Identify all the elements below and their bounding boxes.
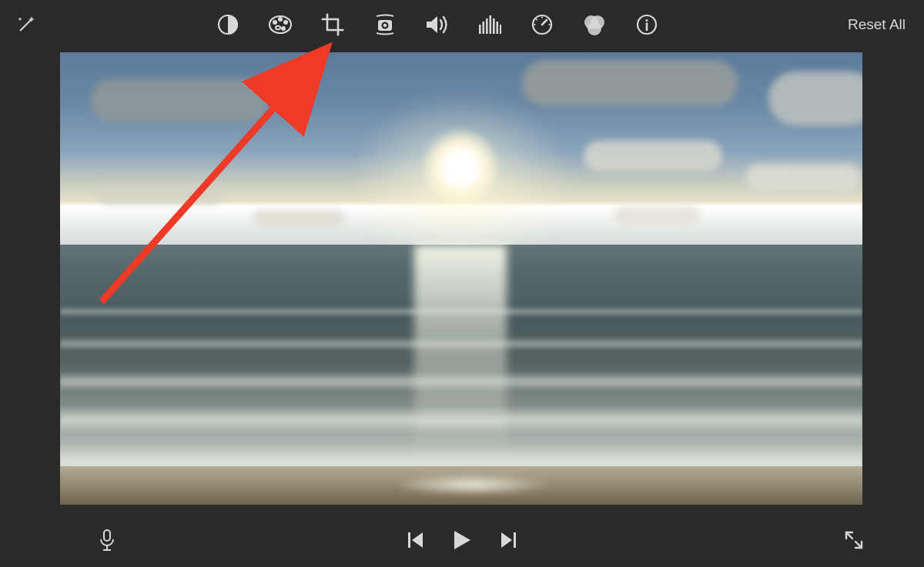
svg-point-10 <box>383 24 387 28</box>
svg-point-21 <box>536 18 537 20</box>
color-correction-icon[interactable] <box>268 12 293 37</box>
video-viewer[interactable] <box>60 52 862 505</box>
svg-point-4 <box>278 17 283 22</box>
svg-point-5 <box>283 20 288 25</box>
svg-rect-31 <box>104 530 110 541</box>
next-frame-icon[interactable] <box>500 531 517 549</box>
speed-icon[interactable] <box>530 12 554 37</box>
svg-rect-35 <box>514 532 516 548</box>
color-filters-icon[interactable] <box>582 12 607 37</box>
svg-point-22 <box>534 24 535 25</box>
microphone-icon[interactable] <box>60 529 154 552</box>
previous-frame-icon[interactable] <box>407 531 424 549</box>
svg-line-19 <box>542 20 547 25</box>
fullscreen-icon[interactable] <box>844 530 864 550</box>
toolbar-left <box>0 12 92 37</box>
toolbar-center <box>216 12 659 37</box>
svg-point-3 <box>273 20 277 25</box>
color-balance-icon[interactable] <box>216 12 240 37</box>
crop-icon[interactable] <box>320 12 345 37</box>
svg-point-26 <box>588 22 601 35</box>
audio-eq-icon[interactable] <box>477 12 502 37</box>
svg-rect-13 <box>486 18 488 34</box>
info-icon[interactable] <box>634 12 659 37</box>
toolbar-right: Reset All <box>848 16 924 33</box>
svg-line-0 <box>20 20 31 31</box>
svg-point-28 <box>645 19 648 22</box>
reset-all-button[interactable]: Reset All <box>848 16 906 32</box>
svg-rect-14 <box>490 15 492 34</box>
adjustments-toolbar: Reset All <box>0 0 924 49</box>
playback-bar <box>0 513 924 567</box>
svg-rect-12 <box>483 22 485 34</box>
play-icon[interactable] <box>452 529 472 551</box>
svg-point-7 <box>276 26 280 30</box>
svg-rect-11 <box>479 25 481 34</box>
volume-icon[interactable] <box>425 12 450 37</box>
svg-rect-17 <box>500 25 501 34</box>
svg-rect-34 <box>408 532 410 548</box>
stabilize-camera-icon[interactable] <box>373 12 397 37</box>
svg-point-20 <box>541 16 543 18</box>
svg-rect-16 <box>497 22 499 34</box>
svg-point-23 <box>548 24 550 25</box>
magic-wand-icon[interactable] <box>14 12 38 37</box>
svg-point-6 <box>281 26 286 31</box>
video-frame <box>60 52 862 505</box>
svg-rect-15 <box>493 18 495 34</box>
